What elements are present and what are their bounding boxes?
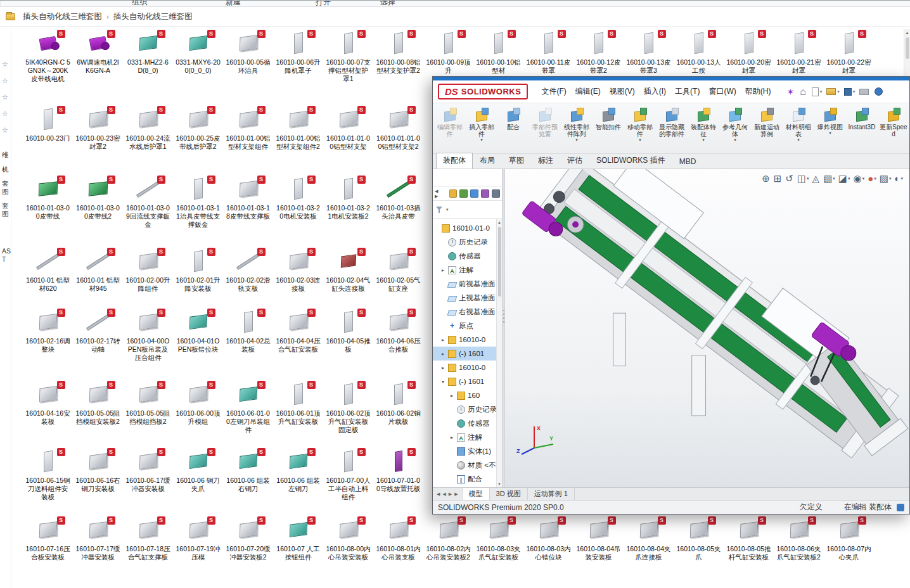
file-item[interactable]: 16010-08-01内心吊装支板: [373, 516, 423, 561]
file-item[interactable]: 16010-04-06压合推板: [373, 308, 423, 362]
file-item[interactable]: 16010-02-16调整块: [23, 308, 73, 362]
file-item[interactable]: 16010-00-07支撑铝型材架护罩1: [323, 29, 373, 83]
quick-toolbar-button[interactable]: ▾: [844, 88, 856, 96]
ribbon-group-button[interactable]: 打开: [316, 0, 331, 7]
tree-item[interactable]: 历史记录: [433, 402, 496, 416]
file-item[interactable]: 16010-00-09顶升: [423, 29, 473, 83]
file-item[interactable]: 16010-06-00顶升模组: [173, 380, 223, 434]
expand-arrow-icon[interactable]: [442, 267, 448, 273]
expand-arrow-icon[interactable]: [442, 379, 448, 385]
command-button[interactable]: 爆炸视图 ▾: [814, 105, 846, 153]
ribbon-group-button[interactable]: 选择: [380, 0, 395, 7]
file-item[interactable]: 16010-06-16右铜刀安装板: [73, 447, 123, 501]
tree-item[interactable]: 16010-01-0: [433, 221, 496, 235]
file-item[interactable]: 16010-01-03-21电机安装板2: [323, 175, 373, 229]
command-button[interactable]: 参考几何体 ▾: [719, 105, 751, 153]
menu-item[interactable]: 帮助(H): [741, 84, 776, 99]
file-item[interactable]: 16010-00-23密封罩2: [73, 105, 123, 151]
nav-tree-item[interactable]: 套图: [0, 201, 11, 218]
file-item[interactable]: 0331-MHZ2-6D(8_0): [123, 29, 173, 83]
file-item[interactable]: 16010-06-15铜刀送料组件安装板: [23, 447, 73, 501]
tree-item[interactable]: 上视基准面: [433, 291, 496, 305]
document-tab[interactable]: 3D 视图: [490, 488, 528, 500]
file-item[interactable]: 16010-04-16安装板: [23, 380, 73, 434]
file-item[interactable]: 16010-01-03-20电机安装板: [273, 175, 323, 229]
view-tool-button[interactable]: ▾: [880, 173, 892, 184]
file-item[interactable]: 16010-02-05气缸支座: [373, 247, 423, 293]
file-item[interactable]: 5IK40RGN-C 5GN3K～200K皮带线电机: [23, 29, 73, 83]
file-item[interactable]: 16010-00-11皮带罩: [523, 29, 574, 83]
file-item[interactable]: 16010-02-17转动轴: [73, 308, 123, 362]
menu-item[interactable]: 编辑(E): [571, 84, 605, 99]
scroll-up-icon[interactable]: ▲: [904, 29, 910, 37]
tree-item[interactable]: 16010-0: [433, 333, 496, 347]
file-item[interactable]: 16010-04-02总装板: [223, 308, 273, 362]
file-item[interactable]: 16010-07-00人工半自动上料组件: [323, 447, 373, 501]
tree-item[interactable]: 传感器: [433, 416, 496, 430]
expand-arrow-icon[interactable]: [442, 351, 448, 357]
file-item[interactable]: 6W调速电机2IK6GN-A: [73, 29, 123, 83]
file-item[interactable]: 16010-02-02滑轨支板: [223, 247, 273, 293]
panel-tab-icon[interactable]: [470, 189, 478, 198]
file-item[interactable]: 16010-01-03-00皮带线2: [73, 175, 123, 229]
file-item[interactable]: 16010-08-03内心错位块: [523, 516, 574, 561]
file-item[interactable]: 16010-01 铝型材620: [23, 247, 73, 293]
view-tool-button[interactable]: [762, 173, 771, 184]
command-tab[interactable]: 装配体: [436, 153, 473, 169]
file-item[interactable]: 0331-MXY6-200(0_0_0): [173, 29, 223, 83]
command-tab[interactable]: 草图: [502, 153, 531, 169]
menu-item[interactable]: 文件(F): [537, 84, 570, 99]
file-item[interactable]: 16010-01-01-00铝型材支架2: [373, 105, 423, 151]
pin-star-icon[interactable]: ☆: [0, 122, 11, 138]
file-item[interactable]: 16010-02-04气缸头连接板: [323, 247, 373, 293]
tree-item[interactable]: 注解: [433, 263, 496, 277]
file-item[interactable]: 16010-00-12皮带罩2: [574, 29, 624, 83]
pin-star-icon[interactable]: ☆: [0, 56, 11, 72]
expand-arrow-icon[interactable]: [442, 365, 448, 371]
file-item[interactable]: 16010-06 组装右铜刀: [223, 447, 273, 501]
file-item[interactable]: 16010-00-25皮带线后护罩2: [173, 105, 223, 151]
file-item[interactable]: 16010-00-08铝型材支架护罩2: [373, 29, 423, 83]
menu-item[interactable]: 插入(I): [639, 84, 670, 99]
file-item[interactable]: 16010-01-01-00铝型材支架: [323, 105, 373, 151]
nav-tree-item[interactable]: 套图: [0, 179, 11, 196]
command-button[interactable]: 零部件预览窗: [529, 105, 561, 153]
document-tab[interactable]: 模型: [463, 488, 490, 500]
explorer-scrollbar[interactable]: ▲: [904, 29, 910, 77]
tree-item[interactable]: (-) 1601: [433, 374, 496, 388]
tree-item[interactable]: 材质 <不指定>: [433, 458, 496, 472]
graphics-viewport[interactable]: ▾ ▾ ▾: [505, 169, 909, 487]
file-item[interactable]: 16010-06 组装左铜刀: [273, 447, 323, 501]
file-item[interactable]: 16010-08-00内心吊装安装板: [323, 516, 373, 561]
file-item[interactable]: 16010-05-05阻挡模组安装板2: [73, 380, 123, 434]
file-item[interactable]: 16010-07-01-00导线放置托板: [373, 447, 423, 501]
breadcrumb-segment[interactable]: 插头自动化线三维套图: [111, 10, 195, 23]
file-item[interactable]: 16010-02-01升降安装板: [173, 247, 223, 293]
command-button[interactable]: 插入零部件 ▾: [466, 105, 497, 153]
view-tool-button[interactable]: [785, 173, 794, 184]
quick-toolbar-button[interactable]: ▾: [826, 88, 840, 95]
file-item[interactable]: 16010-00-13皮带罩3: [624, 29, 674, 83]
pin-star-icon[interactable]: ☆: [0, 72, 11, 89]
file-item[interactable]: 16010-06-01顶升气缸安装板: [273, 380, 323, 434]
command-button[interactable]: 智能扣件: [593, 105, 624, 153]
command-tab[interactable]: 布局: [473, 153, 502, 169]
view-tool-button[interactable]: ▾: [838, 173, 850, 184]
file-item[interactable]: 16010-08-04吊装安装板: [574, 516, 624, 561]
nav-tree-item[interactable]: 维: [0, 151, 11, 159]
file-item[interactable]: 16010-00-20密封罩: [724, 29, 774, 83]
ribbon-group-button[interactable]: 组织: [132, 0, 147, 7]
tree-item[interactable]: 右视基准面: [433, 305, 496, 319]
file-item[interactable]: 16010-04-00OPEN板吊装及压合组件: [123, 308, 173, 362]
menu-item[interactable]: 窗口(W): [704, 84, 740, 99]
file-item[interactable]: 16010-01-00铝型材支架组件2: [273, 105, 323, 151]
file-item[interactable]: 16010-06-02顶升气缸安装板固定板: [323, 380, 373, 434]
file-item[interactable]: 16010-00-13人工按: [674, 29, 724, 83]
command-button[interactable]: 移动零部件 ▾: [624, 105, 656, 153]
file-item[interactable]: 16010-01-03插头治具皮带: [373, 175, 423, 229]
view-tool-button[interactable]: [812, 173, 821, 184]
tab-nav-arrow-icon[interactable]: ◀: [442, 492, 445, 497]
file-item[interactable]: 16010-04-05推板: [323, 308, 373, 362]
expand-arrow-icon[interactable]: [451, 393, 457, 399]
command-button[interactable]: 显示隐藏的零部件: [656, 105, 688, 153]
